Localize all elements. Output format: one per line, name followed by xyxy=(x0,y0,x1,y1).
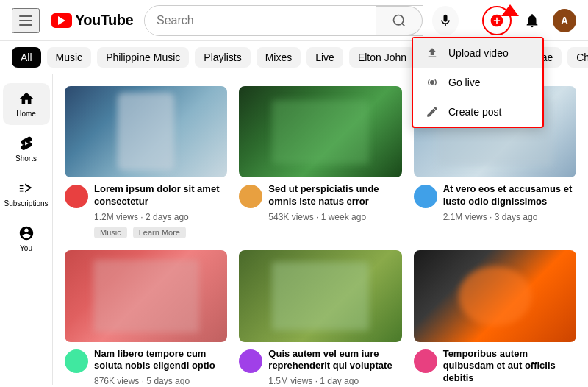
menu-button[interactable] xyxy=(12,8,40,33)
sidebar-item-shorts[interactable]: Shorts xyxy=(3,128,50,170)
channel-avatar-1 xyxy=(65,185,88,208)
shorts-icon xyxy=(18,135,35,152)
filter-chip-live[interactable]: Live xyxy=(306,47,343,68)
video-card-2[interactable]: Sed ut perspiciatis unde omnis iste natu… xyxy=(239,86,401,238)
arrow-indicator xyxy=(501,4,519,19)
dropdown-upload-video[interactable]: Upload video xyxy=(413,38,542,68)
go-live-icon xyxy=(425,75,440,90)
video-meta-1: 1.2M views · 2 days ago xyxy=(94,211,227,224)
youtube-logo[interactable]: YouTube xyxy=(51,12,133,29)
dropdown-create-post[interactable]: Create post xyxy=(413,97,542,127)
home-icon xyxy=(18,90,35,107)
video-details-2: Sed ut perspiciatis unde omnis iste natu… xyxy=(268,183,401,224)
channel-avatar-3 xyxy=(414,185,437,208)
channel-avatar-5 xyxy=(239,349,262,373)
search-form xyxy=(144,5,423,36)
search-button[interactable] xyxy=(376,6,423,35)
channel-avatar-2 xyxy=(239,185,262,208)
tag-btn-music[interactable]: Music xyxy=(94,227,127,238)
notifications-button[interactable] xyxy=(517,6,547,35)
hamburger-line xyxy=(19,20,32,21)
thumb-overlay-6 xyxy=(414,250,576,341)
create-post-label: Create post xyxy=(448,106,501,118)
video-title-3: At vero eos et accusamus et iusto odio d… xyxy=(443,183,576,208)
svg-point-3 xyxy=(430,80,434,85)
create-button-wrapper xyxy=(482,6,512,35)
video-details-4: Nam libero tempore cum soluta nobis elig… xyxy=(94,348,227,385)
video-details-5: Quis autem vel eum iure reprehenderit qu… xyxy=(268,348,401,385)
header-left: YouTube xyxy=(12,8,144,33)
video-info-1: Lorem ipsum dolor sit amet consectetur 1… xyxy=(65,183,227,238)
bell-icon xyxy=(524,13,540,29)
sidebar-item-you[interactable]: You xyxy=(3,218,50,260)
video-details-3: At vero eos et accusamus et iusto odio d… xyxy=(443,183,576,224)
filter-chip-philippine-music[interactable]: Philippine Music xyxy=(97,47,189,68)
video-meta-5: 1.5M views · 1 day ago xyxy=(268,375,401,385)
video-meta-3: 2.1M views · 3 days ago xyxy=(443,211,576,224)
upload-video-label: Upload video xyxy=(448,47,509,59)
thumbnail-5 xyxy=(239,250,401,341)
thumbnail-1 xyxy=(65,86,227,177)
thumb-overlay-1 xyxy=(65,86,227,177)
video-info-6: Temporibus autem quibusdam et aut offici… xyxy=(414,348,576,385)
upload-video-icon xyxy=(425,46,440,60)
channel-avatar-6 xyxy=(414,349,437,373)
video-meta-2: 543K views · 1 week ago xyxy=(268,211,401,224)
video-info-4: Nam libero tempore cum soluta nobis elig… xyxy=(65,348,227,385)
video-title-4: Nam libero tempore cum soluta nobis elig… xyxy=(94,348,227,373)
sidebar-you-label: You xyxy=(20,244,32,252)
thumbnail-2 xyxy=(239,86,401,177)
filter-chip-christi[interactable]: Christi... xyxy=(567,47,588,68)
youtube-logo-icon xyxy=(51,13,72,28)
thumb-overlay-5 xyxy=(239,250,401,341)
sidebar-subscriptions-label: Subscriptions xyxy=(4,199,48,207)
dropdown-go-live[interactable]: Go live xyxy=(413,68,542,97)
thumb-overlay-4 xyxy=(65,250,227,341)
go-live-label: Go live xyxy=(448,77,481,88)
thumb-overlay-2 xyxy=(239,86,401,177)
video-card-6[interactable]: Temporibus autem quibusdam et aut offici… xyxy=(414,250,576,385)
microphone-icon xyxy=(438,13,453,28)
video-details-6: Temporibus autem quibusdam et aut offici… xyxy=(443,348,576,385)
create-dropdown-menu: Upload video Go live Create post xyxy=(412,37,544,128)
search-input[interactable] xyxy=(145,6,376,35)
video-details-1: Lorem ipsum dolor sit amet consectetur 1… xyxy=(94,183,227,238)
channel-avatar-4 xyxy=(65,349,88,373)
video-info-5: Quis autem vel eum iure reprehenderit qu… xyxy=(239,348,401,385)
sidebar-home-label: Home xyxy=(16,110,36,118)
header: YouTube xyxy=(0,0,588,41)
sidebar-item-subscriptions[interactable]: Subscriptions xyxy=(3,173,50,215)
svg-point-0 xyxy=(393,15,403,24)
filter-chip-elton-john[interactable]: Elton John xyxy=(349,47,415,68)
sidebar: Home Shorts Subscriptions You xyxy=(0,74,53,385)
filter-chip-music[interactable]: Music xyxy=(47,47,92,68)
create-post-icon xyxy=(425,104,440,119)
sidebar-shorts-label: Shorts xyxy=(15,155,37,163)
svg-marker-2 xyxy=(501,4,519,16)
video-card-5[interactable]: Quis autem vel eum iure reprehenderit qu… xyxy=(239,250,401,385)
microphone-button[interactable] xyxy=(432,6,459,35)
you-icon xyxy=(18,225,35,241)
video-title-2: Sed ut perspiciatis unde omnis iste natu… xyxy=(268,183,401,208)
filter-chip-mixes[interactable]: Mixes xyxy=(257,47,301,68)
video-title-1: Lorem ipsum dolor sit amet consectetur xyxy=(94,183,227,208)
video-card-4[interactable]: Nam libero tempore cum soluta nobis elig… xyxy=(65,250,227,385)
hamburger-line xyxy=(19,15,32,17)
video-info-3: At vero eos et accusamus et iusto odio d… xyxy=(414,183,576,224)
search-icon xyxy=(392,13,406,28)
video-tags-1: Music Learn More xyxy=(94,227,227,238)
youtube-logo-text: YouTube xyxy=(75,12,133,29)
video-card-1[interactable]: Lorem ipsum dolor sit amet consectetur 1… xyxy=(65,86,227,238)
video-info-2: Sed ut perspiciatis unde omnis iste natu… xyxy=(239,183,401,224)
video-title-5: Quis autem vel eum iure reprehenderit qu… xyxy=(268,348,401,373)
svg-line-1 xyxy=(402,23,405,26)
filter-chip-all[interactable]: All xyxy=(12,47,41,68)
video-meta-4: 876K views · 5 days ago xyxy=(94,375,227,385)
header-right: A xyxy=(459,6,576,35)
filter-chip-playlists[interactable]: Playlists xyxy=(195,47,250,68)
videos-grid: Lorem ipsum dolor sit amet consectetur 1… xyxy=(65,86,576,385)
avatar[interactable]: A xyxy=(553,9,576,32)
sidebar-item-home[interactable]: Home xyxy=(3,83,50,125)
tag-btn-learn-more[interactable]: Learn More xyxy=(133,227,186,238)
subscriptions-icon xyxy=(18,180,35,196)
